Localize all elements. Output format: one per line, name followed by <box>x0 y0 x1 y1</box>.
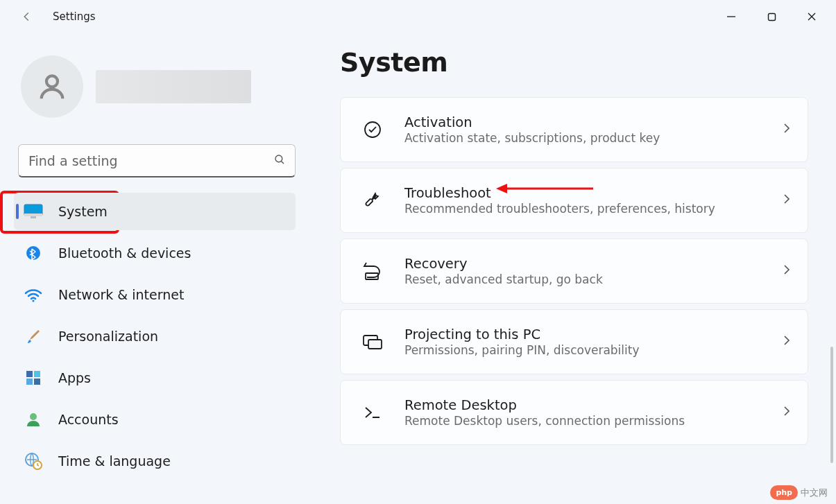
nav-item-network[interactable]: Network & internet <box>14 276 296 313</box>
close-icon <box>807 12 817 21</box>
nav-item-system[interactable]: System <box>14 193 296 230</box>
svg-rect-11 <box>34 371 40 377</box>
nav-item-personalization[interactable]: Personalization <box>14 318 296 355</box>
svg-point-3 <box>275 155 282 162</box>
page-title: System <box>340 47 808 78</box>
scrollbar[interactable] <box>830 347 833 463</box>
minimize-icon <box>726 12 736 21</box>
nav-item-time[interactable]: Time & language <box>14 442 296 480</box>
nav-item-bluetooth[interactable]: Bluetooth & devices <box>14 234 296 272</box>
card-recovery[interactable]: Recovery Reset, advanced startup, go bac… <box>340 238 808 304</box>
card-remote-desktop[interactable]: Remote Desktop Remote Desktop users, con… <box>340 380 808 445</box>
svg-point-14 <box>30 413 37 420</box>
remote-icon <box>357 402 388 423</box>
titlebar: Settings <box>0 0 836 33</box>
maximize-icon <box>767 12 776 21</box>
svg-rect-6 <box>24 214 42 216</box>
settings-card-list: Activation Activation state, subscriptio… <box>340 97 808 445</box>
search-container <box>18 144 296 177</box>
svg-line-4 <box>281 161 284 164</box>
card-activation[interactable]: Activation Activation state, subscriptio… <box>340 97 808 162</box>
content-area: System Activation Activation state, subs… <box>298 33 836 504</box>
chevron-right-icon <box>781 264 792 278</box>
clock-globe-icon <box>24 451 43 471</box>
watermark: php 中文网 <box>770 485 828 500</box>
search-input[interactable] <box>18 144 296 177</box>
card-title: Projecting to this PC <box>404 327 781 342</box>
profile-section <box>0 33 298 118</box>
accounts-icon <box>24 410 43 429</box>
chevron-right-icon <box>781 335 792 349</box>
card-title: Remote Desktop <box>404 397 781 413</box>
svg-rect-13 <box>34 379 40 385</box>
avatar[interactable] <box>21 55 83 118</box>
close-button[interactable] <box>792 3 832 31</box>
chevron-right-icon <box>781 193 792 207</box>
wrench-icon <box>357 190 388 211</box>
profile-name-redacted <box>96 70 251 103</box>
svg-rect-10 <box>26 371 33 377</box>
card-subtitle: Activation state, subscriptions, product… <box>404 131 781 145</box>
svg-point-2 <box>46 76 58 87</box>
search-icon <box>273 153 286 168</box>
chevron-right-icon <box>781 123 792 137</box>
system-icon <box>24 202 43 221</box>
user-icon <box>36 71 68 103</box>
nav-label: Apps <box>58 370 91 385</box>
svg-rect-12 <box>26 379 33 385</box>
card-troubleshoot[interactable]: Troubleshoot Recommended troubleshooters… <box>340 168 808 233</box>
wifi-icon <box>24 285 43 304</box>
chevron-right-icon <box>781 406 792 419</box>
maximize-button[interactable] <box>751 3 792 31</box>
revert-icon <box>357 261 388 281</box>
bluetooth-icon <box>24 243 43 263</box>
nav-label: Time & language <box>58 453 171 469</box>
nav-label: System <box>58 204 108 219</box>
svg-rect-21 <box>368 340 382 349</box>
minimize-button[interactable] <box>711 3 751 31</box>
sidebar: System Bluetooth & devices Network & int… <box>0 33 298 504</box>
nav-label: Personalization <box>58 329 158 344</box>
card-subtitle: Remote Desktop users, connection permiss… <box>404 414 781 428</box>
nav-item-accounts[interactable]: Accounts <box>14 401 296 438</box>
svg-point-9 <box>32 299 34 302</box>
card-title: Activation <box>404 114 781 130</box>
brush-icon <box>24 327 43 346</box>
back-button[interactable] <box>12 3 40 31</box>
project-icon <box>357 331 388 352</box>
card-title: Recovery <box>404 256 781 272</box>
svg-rect-7 <box>31 216 36 218</box>
nav-label: Accounts <box>58 412 119 427</box>
svg-rect-1 <box>768 13 775 20</box>
nav-label: Network & internet <box>58 287 184 302</box>
window-controls <box>711 3 832 31</box>
card-title: Troubleshoot <box>404 185 781 201</box>
check-circle-icon <box>357 119 388 140</box>
watermark-text: 中文网 <box>801 487 828 499</box>
card-subtitle: Reset, advanced startup, go back <box>404 272 781 286</box>
watermark-badge: php <box>770 485 798 500</box>
card-projecting[interactable]: Projecting to this PC Permissions, pairi… <box>340 309 808 374</box>
nav-label: Bluetooth & devices <box>58 245 191 261</box>
nav-list: System Bluetooth & devices Network & int… <box>0 193 298 480</box>
nav-item-apps[interactable]: Apps <box>14 359 296 397</box>
card-subtitle: Permissions, pairing PIN, discoverabilit… <box>404 343 781 357</box>
card-subtitle: Recommended troubleshooters, preferences… <box>404 202 781 216</box>
apps-icon <box>24 368 43 388</box>
app-title: Settings <box>53 10 96 23</box>
back-arrow-icon <box>19 9 34 24</box>
